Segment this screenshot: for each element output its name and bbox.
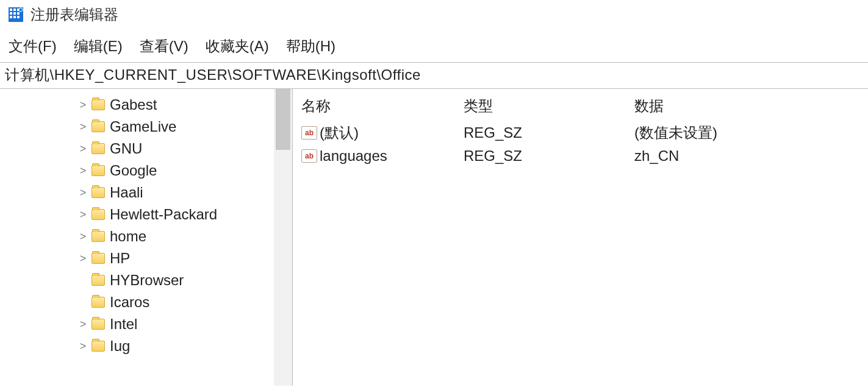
list-header: 名称 类型 数据 — [293, 94, 868, 121]
folder-icon — [91, 253, 105, 264]
chevron-right-icon[interactable]: > — [79, 340, 87, 353]
tree-item[interactable]: >home — [0, 225, 292, 247]
folder-icon — [91, 341, 105, 352]
tree-item-label: Icaros — [110, 294, 149, 311]
folder-icon — [91, 275, 105, 286]
chevron-right-icon[interactable]: > — [79, 252, 87, 265]
chevron-right-icon[interactable]: > — [79, 121, 87, 133]
folder-icon — [91, 121, 105, 132]
window-title: 注册表编辑器 — [30, 5, 118, 24]
folder-icon — [91, 187, 105, 198]
tree-item-label: GameLive — [110, 118, 176, 135]
tree-item[interactable]: >Intel — [0, 313, 292, 335]
folder-icon — [91, 165, 105, 176]
tree-item[interactable]: >Iug — [0, 335, 292, 357]
svg-rect-6 — [17, 12, 20, 15]
folder-icon — [91, 319, 105, 330]
tree-item-label: Google — [110, 162, 157, 179]
svg-rect-5 — [13, 12, 16, 15]
folder-icon — [91, 231, 105, 242]
titlebar: 注册表编辑器 — [0, 0, 868, 27]
chevron-right-icon[interactable]: > — [79, 318, 87, 331]
tree-item-label: home — [110, 228, 146, 245]
column-header-type[interactable]: 类型 — [464, 96, 634, 116]
folder-icon — [91, 99, 105, 110]
cell-type: REG_SZ — [464, 124, 634, 141]
cell-type: REG_SZ — [464, 147, 634, 165]
list-pane: 名称 类型 数据 ab(默认)REG_SZ(数值未设置)ablanguagesR… — [293, 89, 868, 386]
menu-view[interactable]: 查看(V) — [140, 37, 188, 56]
chevron-right-icon[interactable]: > — [79, 165, 87, 177]
tree-item-label: Haali — [110, 184, 143, 201]
svg-rect-4 — [10, 12, 12, 15]
tree-item[interactable]: >Hewlett-Packard — [0, 204, 292, 225]
tree-item-label: Hewlett-Packard — [110, 206, 217, 223]
cell-name: ab(默认) — [293, 123, 464, 143]
value-name: languages — [320, 147, 387, 165]
tree-item[interactable]: >HYBrowser — [0, 269, 292, 291]
string-value-icon: ab — [301, 149, 317, 163]
column-header-data[interactable]: 数据 — [634, 96, 868, 116]
tree-item-label: HYBrowser — [110, 272, 184, 289]
list-row[interactable]: ab(默认)REG_SZ(数值未设置) — [293, 121, 868, 145]
cell-data: zh_CN — [634, 147, 868, 165]
tree-item-label: Intel — [110, 316, 137, 333]
tree-item-label: Gabest — [110, 96, 157, 113]
tree-item-label: HP — [110, 250, 130, 267]
chevron-right-icon[interactable]: > — [79, 143, 87, 155]
folder-icon — [91, 209, 105, 220]
tree-pane: >Gabest>GameLive>GNU>Google>Haali>Hewlet… — [0, 89, 293, 386]
chevron-right-icon[interactable]: > — [79, 230, 87, 243]
content-area: >Gabest>GameLive>GNU>Google>Haali>Hewlet… — [0, 89, 868, 386]
svg-rect-9 — [17, 16, 20, 18]
svg-rect-8 — [13, 16, 16, 18]
tree-item[interactable]: >Haali — [0, 182, 292, 204]
list-row[interactable]: ablanguagesREG_SZzh_CN — [293, 145, 868, 167]
folder-icon — [91, 297, 105, 308]
svg-rect-2 — [13, 9, 16, 11]
svg-rect-1 — [10, 9, 12, 11]
tree-item[interactable]: >GNU — [0, 138, 292, 160]
tree-scrollbar-thumb[interactable] — [276, 89, 290, 150]
menu-file[interactable]: 文件(F) — [9, 37, 57, 56]
tree-item[interactable]: >Google — [0, 160, 292, 182]
tree-item[interactable]: >HP — [0, 247, 292, 269]
menu-help[interactable]: 帮助(H) — [286, 37, 335, 56]
menubar: 文件(F) 编辑(E) 查看(V) 收藏夹(A) 帮助(H) — [0, 27, 868, 62]
tree-item[interactable]: >GameLive — [0, 116, 292, 138]
menu-edit[interactable]: 编辑(E) — [74, 37, 123, 56]
chevron-right-icon[interactable]: > — [79, 99, 87, 112]
tree-scrollbar[interactable] — [274, 89, 292, 386]
tree-item-label: GNU — [110, 140, 142, 157]
tree-item-label: Iug — [110, 338, 130, 355]
svg-rect-7 — [10, 16, 12, 18]
tree-item[interactable]: >Gabest — [0, 94, 292, 116]
chevron-right-icon[interactable]: > — [79, 186, 87, 199]
string-value-icon: ab — [301, 126, 317, 140]
address-bar[interactable]: 计算机\HKEY_CURRENT_USER\SOFTWARE\Kingsoft\… — [0, 62, 868, 89]
value-name: (默认) — [320, 123, 359, 143]
cell-name: ablanguages — [293, 147, 464, 165]
svg-point-10 — [19, 8, 23, 12]
menu-favorites[interactable]: 收藏夹(A) — [206, 37, 269, 56]
tree-item[interactable]: >Icaros — [0, 291, 292, 313]
cell-data: (数值未设置) — [634, 123, 868, 143]
regedit-icon — [9, 7, 23, 22]
chevron-right-icon[interactable]: > — [79, 208, 87, 221]
folder-icon — [91, 143, 105, 154]
column-header-name[interactable]: 名称 — [293, 96, 464, 116]
